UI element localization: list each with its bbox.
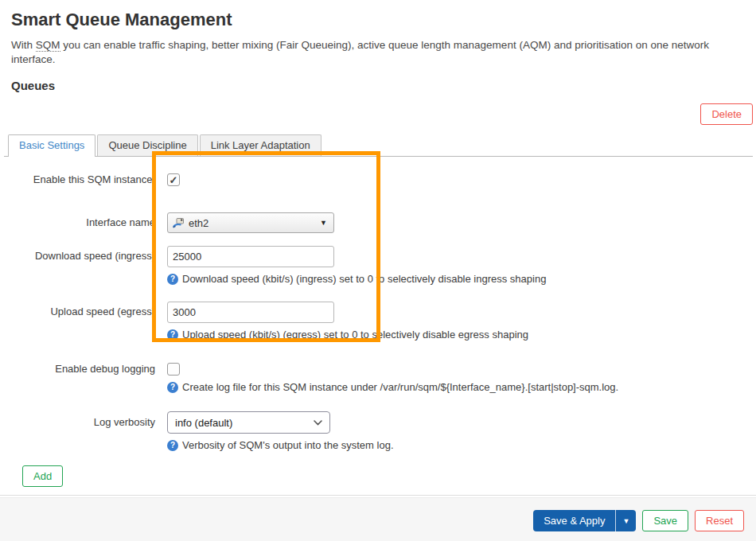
debug-logging-row: Enable debug logging ✓ ? Create log file…: [11, 362, 753, 395]
download-speed-row: Download speed (ingress) ? Download spee…: [11, 246, 753, 286]
tab-basic-settings[interactable]: Basic Settings: [8, 134, 95, 157]
description-text: you can enable traffic shaping, better m…: [11, 39, 709, 65]
log-verbosity-value: info (default): [175, 417, 314, 429]
debug-logging-checkbox[interactable]: ✓: [167, 363, 180, 376]
interface-select[interactable]: eth2 ▼: [167, 212, 334, 233]
reset-button[interactable]: Reset: [695, 510, 744, 531]
interface-select-value: eth2: [189, 217, 320, 229]
checkmark-icon: ✓: [170, 175, 178, 185]
debug-logging-label: Enable debug logging: [11, 362, 155, 376]
debug-logging-field: ✓ ? Create log file for this SQM instanc…: [167, 362, 618, 395]
interface-name-row: Interface name eth2 ▼: [11, 212, 753, 233]
debug-logging-help: ? Create log file for this SQM instance …: [167, 380, 618, 395]
help-icon: ?: [167, 440, 178, 451]
enable-sqm-row: Enable this SQM instance. ✓: [11, 173, 753, 187]
tab-bar: Basic Settings Queue Discipline Link Lay…: [4, 134, 753, 157]
help-icon: ?: [167, 382, 178, 393]
upload-speed-field: ? Upload speed (kbit/s) (egress) set to …: [167, 302, 528, 342]
log-verbosity-help-text: Verbosity of SQM's output into the syste…: [182, 438, 394, 453]
save-button[interactable]: Save: [642, 510, 688, 531]
add-row: Add: [11, 465, 753, 487]
save-and-apply-dropdown-caret[interactable]: ▼: [615, 510, 636, 531]
page-header: Smart Queue Management With SQM you can …: [0, 0, 756, 92]
download-speed-label: Download speed (ingress): [11, 246, 155, 267]
delete-row: Delete: [4, 103, 753, 125]
enable-sqm-label: Enable this SQM instance.: [11, 173, 155, 187]
upload-speed-label: Upload speed (egress): [11, 302, 155, 322]
queues-section: Delete Basic Settings Queue Discipline L…: [0, 103, 756, 487]
upload-speed-row: Upload speed (egress) ? Upload speed (kb…: [11, 302, 753, 342]
debug-logging-help-text: Create log file for this SQM instance un…: [182, 380, 618, 395]
log-verbosity-row: Log verbosity info (default) ? Verbosity…: [11, 411, 753, 453]
help-icon: ?: [167, 329, 178, 341]
download-speed-input[interactable]: [167, 246, 334, 267]
footer-action-bar: Save & Apply ▼ Save Reset: [0, 497, 756, 541]
footer-divider: [0, 495, 756, 496]
description-text: With: [11, 39, 33, 51]
select-caret-icon: ▼: [320, 219, 327, 227]
page-title: Smart Queue Management: [11, 10, 745, 30]
download-speed-help: ? Download speed (kbit/s) (ingress) set …: [167, 272, 546, 286]
upload-speed-input[interactable]: [167, 302, 334, 323]
log-verbosity-help: ? Verbosity of SQM's output into the sys…: [167, 438, 394, 453]
enable-sqm-field: ✓: [167, 173, 180, 186]
basic-settings-panel: Enable this SQM instance. ✓ Interface na…: [4, 157, 753, 487]
log-verbosity-select[interactable]: info (default): [167, 411, 330, 434]
chevron-down-icon: [314, 420, 322, 426]
upload-speed-help: ? Upload speed (kbit/s) (egress) set to …: [167, 328, 528, 342]
upload-speed-help-text: Upload speed (kbit/s) (egress) set to 0 …: [182, 328, 528, 342]
queues-section-title: Queues: [11, 79, 745, 92]
log-verbosity-label: Log verbosity: [11, 411, 155, 434]
download-speed-help-text: Download speed (kbit/s) (ingress) set to…: [182, 272, 546, 286]
sqm-abbreviation: SQM: [36, 39, 60, 52]
save-and-apply-button[interactable]: Save & Apply: [533, 510, 615, 531]
save-and-apply-button-group: Save & Apply ▼: [533, 510, 636, 531]
interface-name-field: eth2 ▼: [167, 212, 334, 233]
sqm-form: Enable this SQM instance. ✓ Interface na…: [4, 173, 753, 487]
interface-name-label: Interface name: [11, 212, 155, 233]
log-verbosity-field: info (default) ? Verbosity of SQM's outp…: [167, 411, 394, 453]
tab-queue-discipline[interactable]: Queue Discipline: [97, 134, 197, 156]
ethernet-interface-icon: [172, 216, 185, 229]
help-icon: ?: [167, 274, 178, 285]
download-speed-field: ? Download speed (kbit/s) (ingress) set …: [167, 246, 546, 286]
delete-button[interactable]: Delete: [700, 103, 753, 125]
enable-sqm-checkbox[interactable]: ✓: [167, 173, 180, 186]
page-description: With SQM you can enable traffic shaping,…: [11, 38, 745, 66]
tab-link-layer-adaptation[interactable]: Link Layer Adaptation: [200, 134, 321, 156]
add-button[interactable]: Add: [22, 465, 63, 487]
